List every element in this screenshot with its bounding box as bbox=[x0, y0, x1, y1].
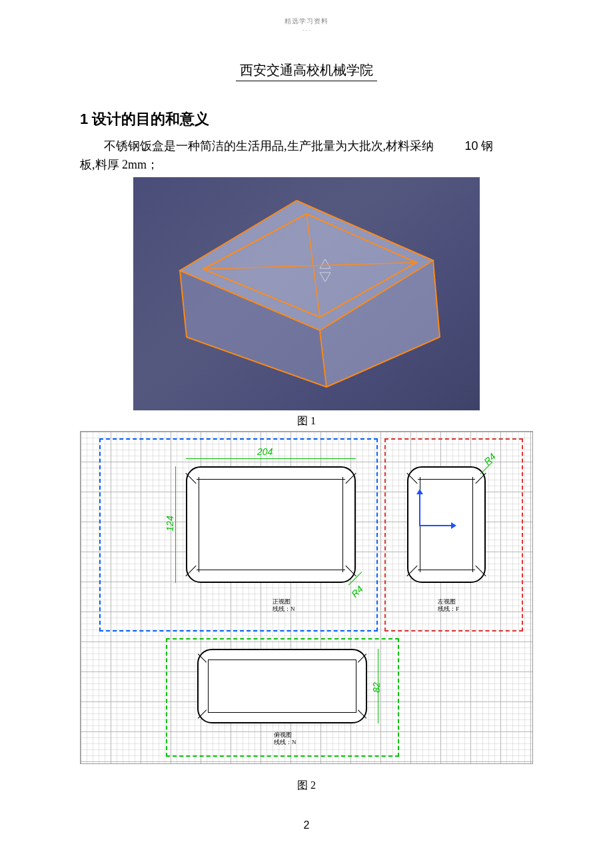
header-dashes: - - - bbox=[0, 27, 613, 33]
section-1-paragraph-line-1: 不锈钢饭盒是一种简洁的生活用品,生产批量为大批次,材料采纳 10 钢 bbox=[80, 137, 533, 156]
header-small-text: 精选学习资料 bbox=[0, 0, 613, 26]
para-text-1: 不锈钢饭盒是一种简洁的生活用品,生产批量为大批次,材料采纳 bbox=[104, 139, 434, 153]
top-view-label: 俯视图线线：N bbox=[274, 731, 297, 746]
page-title: 西安交通高校机械学院 bbox=[236, 61, 377, 81]
dim-front-height: 124 bbox=[165, 516, 175, 531]
figure-1-caption: 图 1 bbox=[80, 414, 533, 428]
top-view-shape bbox=[197, 649, 367, 723]
steel-suffix: 钢 bbox=[481, 139, 493, 153]
dim-line bbox=[175, 466, 176, 583]
section-1-paragraph-line-2: 板,料厚 2mm； bbox=[80, 156, 533, 175]
steel-grade-number: 10 bbox=[465, 139, 478, 153]
axis-y-icon bbox=[419, 493, 420, 526]
figure-1-3d-render bbox=[133, 177, 480, 410]
page-number: 2 bbox=[0, 819, 613, 831]
front-view-shape bbox=[186, 466, 356, 583]
dim-top-height: 82 bbox=[371, 682, 382, 693]
dim-front-width: 204 bbox=[257, 446, 273, 457]
figure-2-caption: 图 2 bbox=[80, 779, 533, 793]
axis-x-icon bbox=[419, 525, 452, 526]
figure-2-drawing: 204 124 R4 正视图线线：N R4 左视图线线：F bbox=[80, 431, 533, 764]
left-view-label: 左视图线线：F bbox=[438, 598, 459, 613]
front-view-label: 正视图线线：N bbox=[273, 598, 295, 613]
section-1-heading: 1 设计的目的和意义 bbox=[80, 109, 533, 129]
dim-line bbox=[186, 458, 356, 459]
3d-box-model bbox=[167, 197, 446, 390]
